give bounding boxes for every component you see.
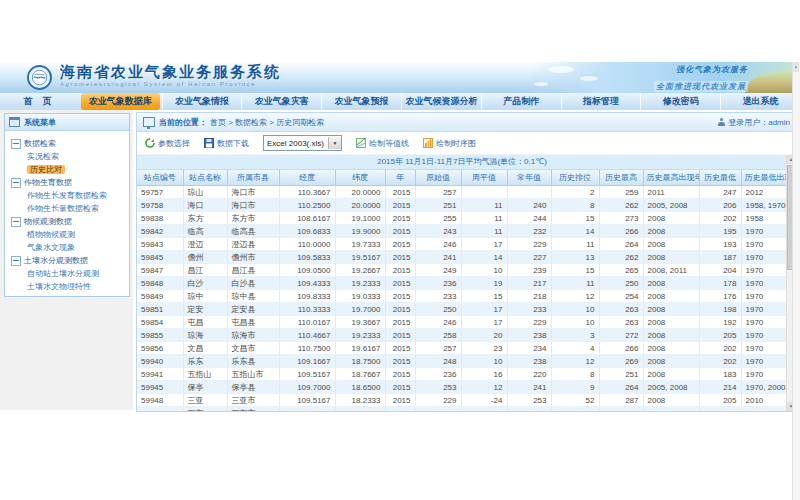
collapse-icon[interactable] xyxy=(11,256,21,266)
main-panel: 当前的位置： 首页 > 数据检索 > 历史同期检索 登录用户： admin 参数… xyxy=(136,112,797,412)
table-row[interactable]: 59848白沙白沙县109.433319.2333201523619217112… xyxy=(137,277,787,290)
table-row[interactable]: 59838东方东方市108.616719.1000201525511244152… xyxy=(137,212,787,225)
table-cell: 2008 xyxy=(643,238,699,251)
table-cell: 2012 xyxy=(741,186,787,199)
nav-item[interactable]: 农业气象情报 xyxy=(162,93,242,110)
table-row[interactable]: 59951万宁万宁市110.366718.8000201525613243927… xyxy=(137,407,787,412)
table-row[interactable]: 59945保亭保亭县109.700018.6500201525312241926… xyxy=(137,381,787,394)
table-cell: 19.6167 xyxy=(335,342,385,355)
table-cell: 海口市 xyxy=(227,186,279,199)
column-header: 纬度 xyxy=(335,170,385,186)
table-cell: 229 xyxy=(507,238,551,251)
table-cell: 2008 xyxy=(643,329,699,342)
table-cell: 18.6500 xyxy=(335,381,385,394)
tree-item[interactable]: 土壤水文物理特性 xyxy=(11,280,127,293)
table-row[interactable]: 59948三亚三亚市109.516718.23332015229-2425352… xyxy=(137,394,787,407)
nav-item[interactable]: 农业气象灾害 xyxy=(241,93,321,110)
tree-group[interactable]: 物候观测数据 xyxy=(11,215,127,228)
table-cell: -24 xyxy=(461,394,507,407)
table-cell: 19.2667 xyxy=(335,264,385,277)
tree-item[interactable]: 气象水文现象 xyxy=(11,241,127,254)
table-cell: 2008 xyxy=(643,407,699,412)
tree-group-label: 土壤水分观测数据 xyxy=(24,255,88,266)
page-scroll-up-icon[interactable]: ▲ xyxy=(793,62,799,72)
tree-item[interactable]: 植物物候观测 xyxy=(11,228,127,241)
table-cell: 2008 xyxy=(643,212,699,225)
data-table: 站点编号站点名称所属市县经度纬度年原始值周平值常年值历史排位历史最高历史最高出现… xyxy=(137,170,787,411)
table-row[interactable]: 59757琼山海口市110.366720.0000201525722592011… xyxy=(137,186,787,199)
collapse-icon[interactable] xyxy=(11,178,21,188)
table-row[interactable]: 59842临高临高县109.683319.9000201524311232142… xyxy=(137,225,787,238)
table-cell: 屯昌县 xyxy=(227,316,279,329)
table-cell: 2015 xyxy=(385,277,415,290)
draw-timeseries-button[interactable]: 绘制时序图 xyxy=(423,138,476,149)
nav-item[interactable]: 首 页 xyxy=(0,93,79,110)
table-cell: 海口 xyxy=(183,199,227,212)
draw-contour-button[interactable]: 绘制等值线 xyxy=(356,138,409,149)
table-cell: 229 xyxy=(415,394,461,407)
table-cell: 192 xyxy=(699,316,741,329)
table-cell: 110.7500 xyxy=(279,342,335,355)
column-header: 所属市县 xyxy=(227,170,279,186)
table-row[interactable]: 59847昌江昌江县109.050019.2667201524910239152… xyxy=(137,264,787,277)
table-row[interactable]: 59856文昌文昌市110.750019.6167201525723234426… xyxy=(137,342,787,355)
data-download-button[interactable]: 数据下载 xyxy=(204,138,249,149)
table-cell: 59847 xyxy=(137,264,183,277)
collapse-icon[interactable] xyxy=(11,217,21,227)
table-cell: 20.0000 xyxy=(335,186,385,199)
tree-group[interactable]: 作物生育数据 xyxy=(11,176,127,189)
export-format-select[interactable]: Excel 2003(.xls) ▼ xyxy=(263,135,342,151)
tree-item[interactable]: 作物生长量数据检索 xyxy=(11,202,127,215)
table-row[interactable]: 59855琼海琼海市110.466719.2333201525820238327… xyxy=(137,329,787,342)
table-row[interactable]: 59854屯昌屯昌县110.016719.3667201524617229102… xyxy=(137,316,787,329)
tree-item[interactable]: 作物生长发育数据检索 xyxy=(11,189,127,202)
table-cell: 110.4667 xyxy=(279,329,335,342)
table-cell: 287 xyxy=(599,394,643,407)
table-cell: 2015 xyxy=(385,394,415,407)
nav-item[interactable]: 产品制作 xyxy=(481,93,561,110)
tree-group[interactable]: 土壤水分观测数据 xyxy=(11,254,127,267)
nav-item[interactable]: 退出系统 xyxy=(720,93,800,110)
table-cell: 176 xyxy=(699,290,741,303)
table-cell: 东方市 xyxy=(227,212,279,225)
table-cell: 2015 xyxy=(385,407,415,412)
table-cell: 109.0500 xyxy=(279,264,335,277)
tree-group[interactable]: 数据检索 xyxy=(11,137,127,150)
table-row[interactable]: 59941五指山五指山市109.516718.76672015236162208… xyxy=(137,368,787,381)
table-cell: 19.7333 xyxy=(335,238,385,251)
tree-item[interactable]: 历史比对 xyxy=(11,163,127,176)
tree-item[interactable]: 自动站土壤水分观测 xyxy=(11,267,127,280)
table-row[interactable]: 59843澄迈澄迈县110.000019.7333201524617229112… xyxy=(137,238,787,251)
tree-group-label: 数据检索 xyxy=(24,138,56,149)
login-user-name: admin xyxy=(768,118,790,127)
table-cell: 17 xyxy=(461,303,507,316)
sidebar-column: 系统菜单 数据检索实况检索历史比对作物生育数据作物生长发育数据检索作物生长量数据… xyxy=(0,110,133,410)
table-cell: 109.7000 xyxy=(279,381,335,394)
param-select-button[interactable]: 参数选择 xyxy=(145,138,190,149)
breadcrumb[interactable]: 首页 > 数据检索 > 历史同期检索 xyxy=(210,117,324,128)
tree-group-label: 物候观测数据 xyxy=(24,216,72,227)
nav-item[interactable]: 指标管理 xyxy=(561,93,641,110)
table-cell: 257 xyxy=(415,342,461,355)
page-scrollbar[interactable]: ▲ xyxy=(792,62,800,500)
table-cell: 17 xyxy=(461,238,507,251)
table-row[interactable]: 59845儋州儋州市109.583319.5167201524114227132… xyxy=(137,251,787,264)
table-cell: 1958, 1970 xyxy=(741,199,787,212)
nav-item[interactable]: 修改密码 xyxy=(640,93,720,110)
collapse-icon[interactable] xyxy=(11,139,21,149)
table-cell: 15 xyxy=(551,264,599,277)
app-window: 海南省农业气象业务服务系统 Agrometeorological System … xyxy=(0,0,800,500)
table-cell: 227 xyxy=(507,251,551,264)
table-row[interactable]: 59851定安定安县110.333319.7000201525017233102… xyxy=(137,303,787,316)
table-cell: 2008 xyxy=(643,342,699,355)
table-row[interactable]: 59849琼中琼中县109.833319.0333201523315218122… xyxy=(137,290,787,303)
table-cell: 2008 xyxy=(643,225,699,238)
nav-item[interactable]: 农业气候资源分析 xyxy=(401,93,481,110)
table-row[interactable]: 59940乐东乐东县109.166718.7500201524810238122… xyxy=(137,355,787,368)
nav-item[interactable]: 农业气象预报 xyxy=(321,93,401,110)
tree-item[interactable]: 实况检索 xyxy=(11,150,127,163)
table-cell: 205 xyxy=(699,329,741,342)
nav-item[interactable]: 农业气象数据库 xyxy=(81,93,160,110)
table-cell: 15 xyxy=(461,290,507,303)
table-row[interactable]: 59758海口海口市110.250020.0000201525111240826… xyxy=(137,199,787,212)
